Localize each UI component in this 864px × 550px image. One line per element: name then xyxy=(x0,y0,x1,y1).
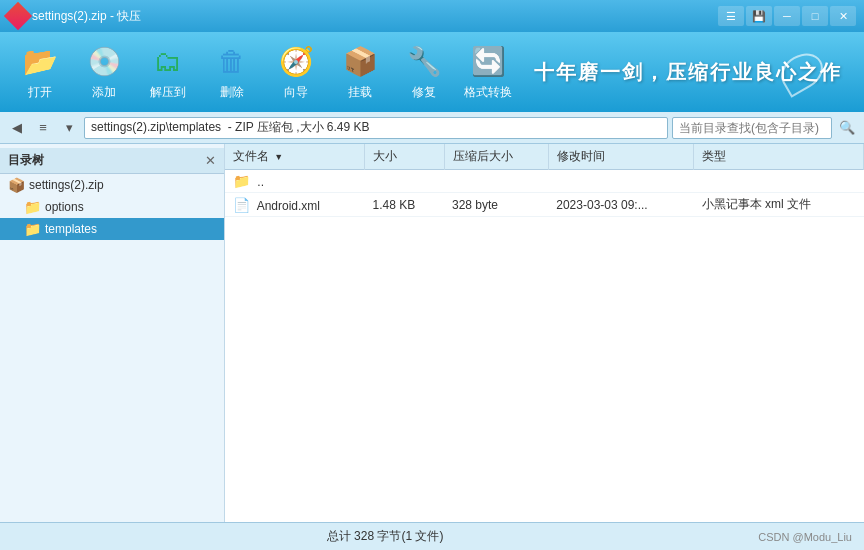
sidebar-title: 目录树 xyxy=(8,152,44,169)
table-header-row: 文件名 ▼ 大小 压缩后大小 修改时间 类型 xyxy=(225,144,864,170)
sidebar-header: 目录树 ✕ xyxy=(0,148,224,174)
sidebar-item-root[interactable]: 📦 settings(2).zip xyxy=(0,174,224,196)
file-table: 文件名 ▼ 大小 压缩后大小 修改时间 类型 📁 .. xyxy=(225,144,864,217)
minimize-button[interactable]: ─ xyxy=(774,6,800,26)
maximize-button[interactable]: □ xyxy=(802,6,828,26)
window-title: settings(2).zip - 快压 xyxy=(32,8,718,25)
options-folder-icon: 📁 xyxy=(24,199,41,215)
open-icon: 📂 xyxy=(22,44,58,80)
file-list: 文件名 ▼ 大小 压缩后大小 修改时间 类型 📁 .. xyxy=(225,144,864,522)
row-android-modified: 2023-03-03 09:... xyxy=(548,193,693,217)
delete-label: 删除 xyxy=(220,84,244,101)
app-logo xyxy=(4,2,32,30)
menu-nav-button[interactable]: ≡ xyxy=(32,117,54,139)
search-input[interactable] xyxy=(672,117,832,139)
sidebar-item-root-label: settings(2).zip xyxy=(29,178,104,192)
extract-label: 解压到 xyxy=(150,84,186,101)
table-row[interactable]: 📄 Android.xml 1.48 KB 328 byte 2023-03-0… xyxy=(225,193,864,217)
col-size[interactable]: 大小 xyxy=(365,144,444,170)
col-type[interactable]: 类型 xyxy=(694,144,864,170)
save-button[interactable]: 💾 xyxy=(746,6,772,26)
toolbar-slogan: 十年磨一剑，压缩行业良心之作 xyxy=(522,59,854,86)
row-android-size: 1.48 KB xyxy=(365,193,444,217)
title-bar: settings(2).zip - 快压 ☰ 💾 ─ □ ✕ xyxy=(0,0,864,32)
col-modified[interactable]: 修改时间 xyxy=(548,144,693,170)
wizard-label: 向导 xyxy=(284,84,308,101)
address-input[interactable] xyxy=(84,117,668,139)
root-icon: 📦 xyxy=(8,177,25,193)
row-android-name: 📄 Android.xml xyxy=(225,193,365,217)
row-android-type: 小黑记事本 xml 文件 xyxy=(694,193,864,217)
extract-icon: 🗂 xyxy=(150,44,186,80)
sidebar-close-button[interactable]: ✕ xyxy=(205,153,216,168)
main-content: 目录树 ✕ 📦 settings(2).zip 📁 options 📁 temp… xyxy=(0,144,864,522)
repair-button[interactable]: 🔧 修复 xyxy=(394,37,454,107)
address-bar: ◀ ≡ ▾ 🔍 xyxy=(0,112,864,144)
dropdown-button[interactable]: ▾ xyxy=(58,117,80,139)
format-label: 格式转换 xyxy=(464,84,512,101)
row-parent-size xyxy=(365,170,444,193)
row-parent-modified xyxy=(548,170,693,193)
row-parent-name: 📁 .. xyxy=(225,170,365,193)
sidebar-item-templates[interactable]: 📁 templates xyxy=(0,218,224,240)
repair-label: 修复 xyxy=(412,84,436,101)
open-button[interactable]: 📂 打开 xyxy=(10,37,70,107)
repair-icon: 🔧 xyxy=(406,44,442,80)
delete-button[interactable]: 🗑 删除 xyxy=(202,37,262,107)
watermark: CSDN @Modu_Liu xyxy=(758,531,852,543)
search-icon: 🔍 xyxy=(839,120,855,135)
add-icon: 💿 xyxy=(86,44,122,80)
format-button[interactable]: 🔄 格式转换 xyxy=(458,37,518,107)
load-label: 挂载 xyxy=(348,84,372,101)
add-label: 添加 xyxy=(92,84,116,101)
back-button[interactable]: ◀ xyxy=(6,117,28,139)
sidebar-item-options-label: options xyxy=(45,200,84,214)
sidebar: 目录树 ✕ 📦 settings(2).zip 📁 options 📁 temp… xyxy=(0,144,225,522)
sidebar-item-templates-label: templates xyxy=(45,222,97,236)
add-button[interactable]: 💿 添加 xyxy=(74,37,134,107)
sidebar-item-options[interactable]: 📁 options xyxy=(0,196,224,218)
xml-file-icon: 📄 xyxy=(233,197,250,213)
wizard-icon: 🧭 xyxy=(278,44,314,80)
row-android-compressed: 328 byte xyxy=(444,193,548,217)
load-button[interactable]: 📦 挂载 xyxy=(330,37,390,107)
delete-icon: 🗑 xyxy=(214,44,250,80)
parent-folder-icon: 📁 xyxy=(233,173,250,189)
col-name[interactable]: 文件名 ▼ xyxy=(225,144,365,170)
extract-button[interactable]: 🗂 解压到 xyxy=(138,37,198,107)
load-icon: 📦 xyxy=(342,44,378,80)
templates-folder-icon: 📁 xyxy=(24,221,41,237)
close-button[interactable]: ✕ xyxy=(830,6,856,26)
toolbar: 📂 打开 💿 添加 🗂 解压到 🗑 删除 🧭 向导 📦 挂载 🔧 修复 🔄 格式… xyxy=(0,32,864,112)
search-button[interactable]: 🔍 xyxy=(836,117,858,139)
wizard-button[interactable]: 🧭 向导 xyxy=(266,37,326,107)
format-icon: 🔄 xyxy=(470,44,506,80)
row-parent-type xyxy=(694,170,864,193)
window-controls: ☰ 💾 ─ □ ✕ xyxy=(718,6,856,26)
status-text: 总计 328 字节(1 文件) xyxy=(12,528,758,545)
status-bar: 总计 328 字节(1 文件) CSDN @Modu_Liu xyxy=(0,522,864,550)
menu-button[interactable]: ☰ xyxy=(718,6,744,26)
row-parent-compressed xyxy=(444,170,548,193)
table-row[interactable]: 📁 .. xyxy=(225,170,864,193)
col-compressed[interactable]: 压缩后大小 xyxy=(444,144,548,170)
open-label: 打开 xyxy=(28,84,52,101)
